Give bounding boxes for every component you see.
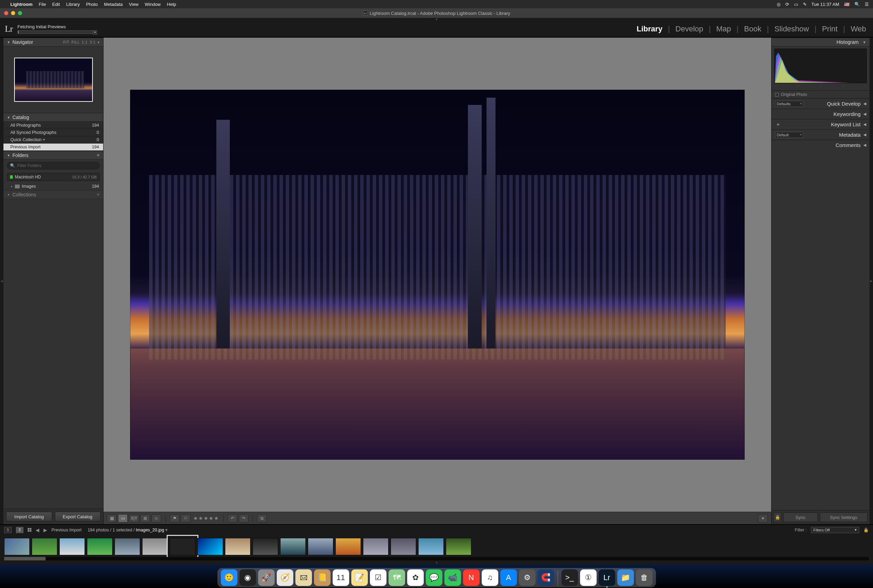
nav-zoom-1to1[interactable]: 1:1 [82,40,88,44]
window-close-button[interactable] [4,11,8,15]
dock-magnet[interactable]: 🧲 [538,569,554,586]
main-photo[interactable] [130,90,744,460]
window-minimize-button[interactable] [11,11,15,15]
keyword-list-header[interactable]: + Keyword List ◀ [771,119,870,129]
dock-siri[interactable]: ◉ [240,569,256,586]
dock-terminal[interactable]: >_ [561,569,578,586]
metadata-header[interactable]: Default▾ Metadata ◀ [771,129,870,140]
control-center-icon[interactable]: ☰ [865,2,869,7]
volume-row[interactable]: Macintosh HD 15.3 / 42.7 GB [7,173,100,181]
dock-notes[interactable]: 📝 [351,569,368,586]
filmstrip-thumbnail[interactable] [59,538,85,555]
filmstrip-thumbnail[interactable] [335,538,361,555]
export-catalog-button[interactable]: Export Catalog [55,512,101,521]
dock-photos[interactable]: ✿ [407,569,424,586]
filter-lock-icon[interactable]: 🔒 [863,527,869,532]
quick-develop-header[interactable]: Defaults▾ Quick Develop ◀ [771,98,870,109]
metadata-preset-select[interactable]: Default▾ [775,132,803,138]
image-canvas[interactable] [104,38,771,512]
spotlight-icon[interactable]: 🔍 [854,2,860,7]
dock-safari[interactable]: 🧭 [277,569,293,586]
people-view-button[interactable]: ☺ [152,514,161,522]
catalog-item[interactable]: Quick Collection +0 [3,136,103,144]
menu-help[interactable]: Help [167,2,176,7]
window-zoom-button[interactable] [18,11,22,15]
catalog-item[interactable]: All Synced Photographs0 [3,129,103,136]
dock-lightroom[interactable]: Lr [598,569,615,586]
module-library[interactable]: Library [634,24,664,33]
sync-lock-button[interactable]: 🔒 [774,512,781,522]
identity-plate-expand[interactable]: ▴ [0,18,873,21]
dock-launchpad[interactable]: 🚀 [258,569,274,586]
dock-appstore[interactable]: A [500,569,517,586]
module-book[interactable]: Book [742,24,763,33]
grid-icon[interactable] [28,528,32,532]
keywording-header[interactable]: Keywording ◀ [771,109,870,119]
progress-cancel-button[interactable]: ✕ [93,30,97,34]
menu-photo[interactable]: Photo [86,2,98,7]
rotate-ccw-button[interactable]: ↶ [228,514,237,522]
dock-finder[interactable]: 🙂 [221,569,237,586]
dock-downloads[interactable]: 📁 [617,569,634,586]
filmstrip-thumbnail[interactable] [170,538,195,555]
identity-plate[interactable]: Lr [5,24,13,34]
airplay-icon[interactable]: ▭ [794,2,798,7]
dock-messages[interactable]: 💬 [426,569,442,586]
flag-pick-button[interactable]: ⚑ [170,514,179,522]
left-panel-toggle[interactable]: ◂ [0,38,3,524]
toolbar-menu-button[interactable]: ▾ [758,514,768,522]
module-web[interactable]: Web [849,24,868,33]
filmstrip-thumbnail[interactable] [197,538,223,555]
filmstrip-thumbnail[interactable] [253,538,278,555]
sync-status-icon[interactable]: ⟳ [785,2,789,7]
filmstrip-thumbnail[interactable] [114,538,140,555]
filmstrip-thumbnail[interactable] [308,538,333,555]
dock-music[interactable]: ♫ [482,569,498,586]
nav-forward-button[interactable]: ▶ [44,527,47,533]
filename-menu-icon[interactable]: ▾ [165,528,168,532]
filmstrip-thumbnail[interactable] [4,538,30,555]
rotate-cw-button[interactable]: ↷ [239,514,249,522]
comments-header[interactable]: Comments ◀ [771,140,870,150]
catalog-header[interactable]: ▼ Catalog [3,113,103,122]
nav-back-button[interactable]: ◀ [36,527,39,533]
survey-view-button[interactable]: ⊞ [141,514,150,522]
sync-button[interactable]: Sync [783,512,818,522]
menu-view[interactable]: View [129,2,139,7]
source-label[interactable]: Previous Import [51,528,82,532]
histogram-header[interactable]: Histogram ▼ [771,38,870,46]
dock-settings[interactable]: ⚙ [519,569,536,586]
catalog-item[interactable]: Previous Import194 [3,144,103,151]
app-menu[interactable]: Lightroom [10,2,32,7]
collections-header[interactable]: ▼ Collections + [3,190,103,199]
menu-window[interactable]: Window [145,2,161,7]
menu-edit[interactable]: Edit [52,2,60,7]
primary-display-button[interactable]: 1 [4,527,12,533]
dock-mail[interactable]: 🖂 [296,569,312,586]
module-develop[interactable]: Develop [673,24,705,33]
folders-header[interactable]: ▼ Folders + [3,151,103,160]
compare-view-button[interactable]: X|Y [129,514,139,522]
sync-settings-button[interactable]: Sync Settings [820,512,868,522]
original-photo-toggle[interactable]: Original Photo [771,90,870,98]
slideshow-play-button[interactable]: ⧉ [257,514,267,522]
menu-file[interactable]: File [39,2,46,7]
nav-zoom-3to1[interactable]: 3:1 [90,40,96,44]
tool-icon[interactable]: ✎ [803,2,807,7]
filmstrip-thumbnail[interactable] [142,538,168,555]
right-panel-toggle[interactable]: ▸ [870,38,873,524]
filmstrip-thumbnail[interactable] [32,538,57,555]
keyword-add-button[interactable]: + [775,122,781,128]
module-map[interactable]: Map [714,24,733,33]
module-slideshow[interactable]: Slideshow [772,24,811,33]
chevron-right-icon[interactable]: ▸ [11,184,13,188]
menu-metadata[interactable]: Metadata [104,2,123,7]
dock-contacts[interactable]: 📒 [314,569,331,586]
dock-facetime[interactable]: 📹 [444,569,461,586]
menubar-clock[interactable]: Tue 11:37 AM [812,2,839,7]
filmstrip-toggle[interactable]: ▾ [0,562,873,564]
nav-zoom-fill[interactable]: FILL [71,40,80,44]
filmstrip-scrollbar[interactable] [4,557,869,560]
filmstrip-row[interactable] [0,535,873,557]
dock-calendar[interactable]: 11 [333,569,349,586]
